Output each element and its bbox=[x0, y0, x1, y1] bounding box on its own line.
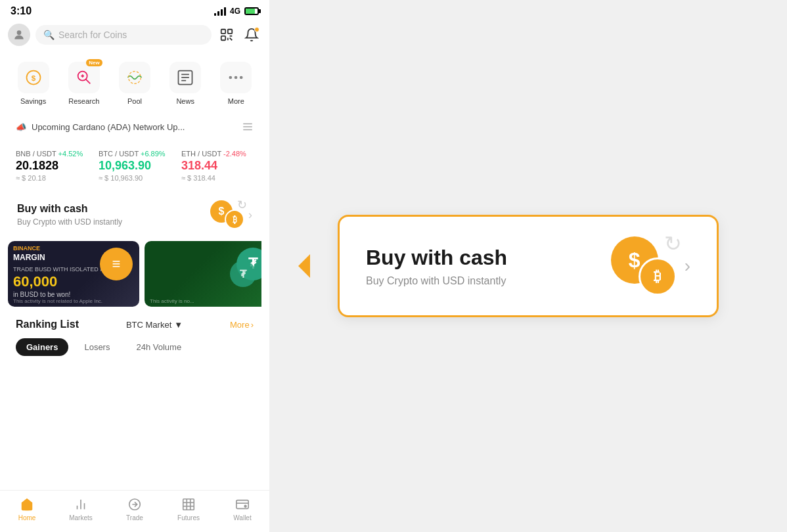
svg-point-0 bbox=[17, 30, 22, 35]
ranking-section: Ranking List BTC Market ▼ More › Gainers… bbox=[8, 311, 261, 364]
svg-text:$: $ bbox=[31, 74, 35, 82]
bottom-navigation: Home Markets Trade bbox=[0, 490, 269, 532]
scan-icon[interactable] bbox=[217, 25, 236, 45]
network-type: 4G bbox=[230, 7, 240, 16]
eth-price: 318.44 bbox=[181, 159, 254, 173]
tab-gainers[interactable]: Gainers bbox=[16, 338, 68, 356]
enlarged-card-title: Buy with cash bbox=[366, 246, 611, 270]
search-bar[interactable]: 🔍 Search for Coins bbox=[35, 25, 212, 45]
avatar[interactable] bbox=[8, 24, 30, 46]
ranking-header: Ranking List BTC Market ▼ More › bbox=[16, 319, 254, 330]
promo-banners: BINANCE MARGIN TRADE BUSD WITH ISOLATED … bbox=[8, 241, 261, 307]
big-btc-coin: ₿ bbox=[639, 257, 677, 296]
bnb-price: 20.1828 bbox=[16, 159, 88, 173]
promo-coin-tether2: ₮ bbox=[230, 261, 256, 287]
markets-icon bbox=[72, 496, 89, 513]
right-panel: Buy with cash Buy Crypto with USD instan… bbox=[269, 0, 787, 532]
nav-wallet[interactable]: Wallet bbox=[225, 496, 259, 521]
search-placeholder: Search for Coins bbox=[58, 30, 127, 40]
research-label: Research bbox=[68, 97, 99, 105]
futures-nav-label: Futures bbox=[177, 514, 200, 521]
buy-with-cash-card[interactable]: Buy with cash Buy Crypto with USD instan… bbox=[8, 192, 261, 237]
eth-usd: ≈ $ 318.44 bbox=[181, 174, 254, 182]
status-bar: 3:10 4G bbox=[0, 0, 269, 20]
buy-cash-subtitle: Buy Crypto with USD instantly bbox=[17, 217, 210, 227]
promo-disclaimer: This activity is not related to Apple In… bbox=[8, 298, 139, 304]
svg-rect-29 bbox=[183, 499, 194, 510]
svg-rect-2 bbox=[228, 30, 232, 33]
nav-trade[interactable]: Trade bbox=[118, 496, 152, 521]
nav-markets[interactable]: Markets bbox=[64, 496, 98, 521]
trade-nav-label: Trade bbox=[126, 514, 143, 521]
quick-item-news[interactable]: News bbox=[169, 62, 201, 105]
promo-banner-2[interactable]: ₮ ₮ This activity is no... bbox=[145, 241, 261, 307]
search-icon: 🔍 bbox=[43, 30, 55, 40]
home-nav-label: Home bbox=[18, 514, 36, 521]
top-nav: 🔍 Search for Coins bbox=[0, 20, 269, 50]
svg-point-14 bbox=[129, 72, 141, 84]
buy-cash-title: Buy with cash bbox=[17, 203, 210, 215]
wallet-nav-label: Wallet bbox=[233, 514, 251, 521]
ranking-title: Ranking List bbox=[16, 319, 79, 330]
quick-access-panel: $ Savings New Research bbox=[8, 54, 261, 110]
list-icon bbox=[242, 121, 254, 133]
more-chevron: › bbox=[251, 320, 254, 330]
ranking-market-selector[interactable]: BTC Market ▼ bbox=[126, 320, 183, 330]
dropdown-arrow: ▼ bbox=[174, 320, 183, 330]
svg-point-21 bbox=[240, 76, 243, 79]
wallet-icon bbox=[234, 496, 251, 513]
futures-icon bbox=[180, 496, 197, 513]
btc-price: 10,963.90 bbox=[99, 159, 171, 173]
ranking-tabs: Gainers Losers 24h Volume bbox=[16, 338, 254, 356]
pool-label: Pool bbox=[127, 97, 142, 105]
svg-point-36 bbox=[244, 505, 246, 507]
bell-icon[interactable] bbox=[242, 25, 261, 45]
phone-frame: 3:10 4G 🔍 Search for Coins bbox=[0, 0, 269, 532]
svg-line-11 bbox=[85, 79, 90, 83]
news-label: News bbox=[176, 97, 194, 105]
quick-item-savings[interactable]: $ Savings bbox=[18, 62, 49, 105]
new-badge: New bbox=[86, 59, 102, 66]
quick-item-pool[interactable]: Pool bbox=[119, 62, 150, 105]
ranking-more-link[interactable]: More › bbox=[230, 320, 254, 330]
bnb-usd: ≈ $ 20.18 bbox=[16, 174, 88, 182]
enlarged-buy-cash-card[interactable]: Buy with cash Buy Crypto with USD instan… bbox=[338, 215, 719, 317]
btc-usd: ≈ $ 10,963.90 bbox=[99, 174, 171, 182]
big-chevron-right: › bbox=[685, 255, 690, 277]
nav-home[interactable]: Home bbox=[10, 496, 44, 521]
announcement-bar[interactable]: 📣 Upcoming Cardano (ADA) Network Up... bbox=[8, 114, 261, 139]
markets-nav-label: Markets bbox=[69, 514, 93, 521]
status-time: 3:10 bbox=[11, 5, 32, 17]
ticker-btc[interactable]: BTC / USDT +6.89% 10,963.90 ≈ $ 10,963.9… bbox=[99, 150, 171, 182]
price-ticker: BNB / USDT +4.52% 20.1828 ≈ $ 20.18 BTC … bbox=[8, 143, 261, 188]
svg-point-20 bbox=[235, 76, 238, 79]
quick-item-research[interactable]: New Research bbox=[68, 62, 100, 105]
signal-icon bbox=[214, 7, 226, 16]
refresh-arrow-icon: ↻ bbox=[237, 198, 247, 212]
svg-rect-34 bbox=[236, 500, 248, 509]
coin-stack-icon: $ ↻ ₿ bbox=[210, 200, 244, 229]
ticker-bnb[interactable]: BNB / USDT +4.52% 20.1828 ≈ $ 20.18 bbox=[16, 150, 88, 182]
status-icons: 4G bbox=[214, 7, 259, 16]
battery-icon bbox=[244, 7, 259, 15]
enlarged-card-subtitle: Buy Crypto with USD instantly bbox=[366, 275, 611, 287]
home-icon bbox=[18, 496, 35, 513]
big-coin-stack: $ ↻ ₿ bbox=[611, 236, 677, 296]
quick-item-more[interactable]: More bbox=[220, 62, 252, 105]
tab-losers[interactable]: Losers bbox=[74, 338, 120, 356]
promo-coin-icon: ≡ bbox=[100, 248, 133, 280]
announcement-text: 📣 Upcoming Cardano (ADA) Network Up... bbox=[16, 122, 185, 132]
notification-dot bbox=[254, 27, 259, 32]
trade-icon bbox=[126, 496, 143, 513]
svg-rect-1 bbox=[221, 30, 225, 33]
more-label: More bbox=[228, 97, 244, 105]
tab-24h-volume[interactable]: 24h Volume bbox=[125, 338, 192, 356]
savings-label: Savings bbox=[20, 97, 46, 105]
nav-futures[interactable]: Futures bbox=[171, 496, 206, 521]
svg-point-19 bbox=[229, 76, 233, 79]
megaphone-icon: 📣 bbox=[16, 122, 26, 132]
ticker-eth[interactable]: ETH / USDT -2.48% 318.44 ≈ $ 318.44 bbox=[181, 150, 254, 182]
promo-banner-1[interactable]: BINANCE MARGIN TRADE BUSD WITH ISOLATED … bbox=[8, 241, 139, 307]
big-refresh-icon: ↻ bbox=[664, 231, 682, 256]
pointer-arrow bbox=[298, 254, 310, 278]
